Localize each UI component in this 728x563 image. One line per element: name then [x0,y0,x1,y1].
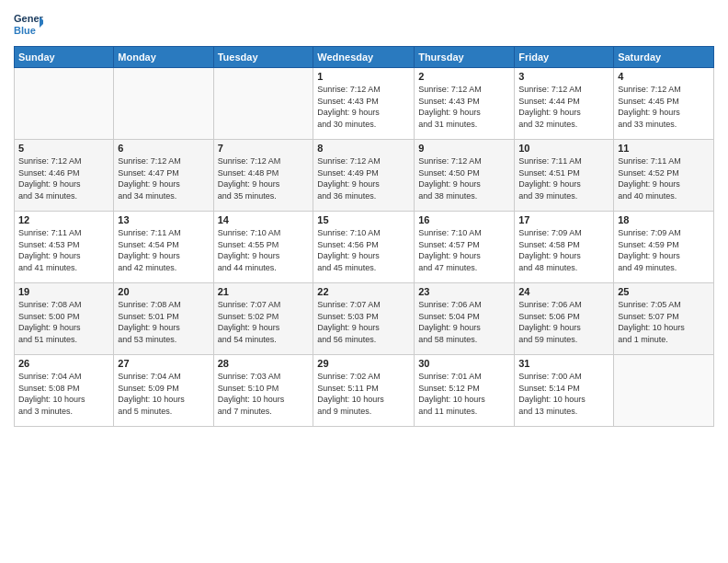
day-number: 17 [518,214,609,225]
day-number: 29 [317,358,410,369]
weekday-header: Tuesday [213,47,313,68]
weekday-header: Sunday [15,47,114,68]
calendar-cell: 2Sunrise: 7:12 AMSunset: 4:43 PMDaylight… [415,68,515,140]
day-detail: Sunrise: 7:04 AMSunset: 5:08 PMDaylight:… [18,371,109,417]
calendar-cell: 12Sunrise: 7:11 AMSunset: 4:53 PMDayligh… [15,212,114,283]
calendar-cell: 22Sunrise: 7:07 AMSunset: 5:03 PMDayligh… [313,283,415,355]
day-number: 11 [618,143,710,154]
day-detail: Sunrise: 7:11 AMSunset: 4:53 PMDaylight:… [18,227,109,273]
day-detail: Sunrise: 7:11 AMSunset: 4:51 PMDaylight:… [518,155,609,201]
calendar-week-row: 12Sunrise: 7:11 AMSunset: 4:53 PMDayligh… [15,212,714,283]
calendar-cell: 27Sunrise: 7:04 AMSunset: 5:09 PMDayligh… [114,355,213,427]
calendar-cell: 25Sunrise: 7:05 AMSunset: 5:07 PMDayligh… [614,283,714,355]
calendar-cell: 30Sunrise: 7:01 AMSunset: 5:12 PMDayligh… [415,355,515,427]
day-detail: Sunrise: 7:09 AMSunset: 4:59 PMDaylight:… [618,227,710,273]
day-detail: Sunrise: 7:01 AMSunset: 5:12 PMDaylight:… [418,371,510,417]
calendar-cell: 28Sunrise: 7:03 AMSunset: 5:10 PMDayligh… [213,355,313,427]
day-detail: Sunrise: 7:10 AMSunset: 4:57 PMDaylight:… [418,227,510,273]
day-detail: Sunrise: 7:02 AMSunset: 5:11 PMDaylight:… [317,371,410,417]
day-number: 3 [518,71,609,82]
day-number: 31 [518,358,609,369]
day-detail: Sunrise: 7:12 AMSunset: 4:43 PMDaylight:… [418,84,510,130]
day-detail: Sunrise: 7:12 AMSunset: 4:47 PMDaylight:… [118,155,209,201]
day-number: 28 [218,358,310,369]
day-detail: Sunrise: 7:07 AMSunset: 5:02 PMDaylight:… [218,299,310,345]
weekday-header: Saturday [614,47,714,68]
day-detail: Sunrise: 7:12 AMSunset: 4:46 PMDaylight:… [18,155,109,201]
day-detail: Sunrise: 7:11 AMSunset: 4:54 PMDaylight:… [118,227,209,273]
day-detail: Sunrise: 7:03 AMSunset: 5:10 PMDaylight:… [218,371,310,417]
calendar-cell: 6Sunrise: 7:12 AMSunset: 4:47 PMDaylight… [114,140,213,212]
calendar-cell: 19Sunrise: 7:08 AMSunset: 5:00 PMDayligh… [15,283,114,355]
calendar-cell: 18Sunrise: 7:09 AMSunset: 4:59 PMDayligh… [614,212,714,283]
calendar-cell [114,68,213,140]
day-detail: Sunrise: 7:12 AMSunset: 4:44 PMDaylight:… [518,84,609,130]
calendar-week-row: 1Sunrise: 7:12 AMSunset: 4:43 PMDaylight… [15,68,714,140]
calendar-cell: 14Sunrise: 7:10 AMSunset: 4:55 PMDayligh… [213,212,313,283]
calendar-cell [15,68,114,140]
calendar-cell: 5Sunrise: 7:12 AMSunset: 4:46 PMDaylight… [15,140,114,212]
day-number: 9 [418,143,510,154]
logo-svg: General Blue [14,9,43,39]
day-number: 27 [118,358,209,369]
day-detail: Sunrise: 7:12 AMSunset: 4:43 PMDaylight:… [317,84,410,130]
day-number: 22 [317,286,410,297]
day-number: 21 [218,286,310,297]
calendar-cell [213,68,313,140]
day-detail: Sunrise: 7:08 AMSunset: 5:01 PMDaylight:… [118,299,209,345]
calendar-cell [614,355,714,427]
calendar-cell: 16Sunrise: 7:10 AMSunset: 4:57 PMDayligh… [415,212,515,283]
calendar-cell: 7Sunrise: 7:12 AMSunset: 4:48 PMDaylight… [213,140,313,212]
calendar-cell: 29Sunrise: 7:02 AMSunset: 5:11 PMDayligh… [313,355,415,427]
calendar-table: SundayMondayTuesdayWednesdayThursdayFrid… [14,46,714,427]
day-detail: Sunrise: 7:12 AMSunset: 4:50 PMDaylight:… [418,155,510,201]
calendar-cell: 1Sunrise: 7:12 AMSunset: 4:43 PMDaylight… [313,68,415,140]
day-number: 10 [518,143,609,154]
calendar-cell: 11Sunrise: 7:11 AMSunset: 4:52 PMDayligh… [614,140,714,212]
day-number: 6 [118,143,209,154]
day-number: 15 [317,214,410,225]
day-number: 20 [118,286,209,297]
calendar-cell: 31Sunrise: 7:00 AMSunset: 5:14 PMDayligh… [515,355,614,427]
day-number: 24 [518,286,609,297]
day-number: 19 [18,286,109,297]
day-number: 25 [618,286,710,297]
weekday-header: Thursday [415,47,515,68]
header: General Blue [14,9,714,39]
day-number: 23 [418,286,510,297]
day-number: 12 [18,214,109,225]
day-number: 7 [218,143,310,154]
day-detail: Sunrise: 7:11 AMSunset: 4:52 PMDaylight:… [618,155,710,201]
calendar-cell: 9Sunrise: 7:12 AMSunset: 4:50 PMDaylight… [415,140,515,212]
calendar-cell: 26Sunrise: 7:04 AMSunset: 5:08 PMDayligh… [15,355,114,427]
logo: General Blue [14,9,43,39]
calendar-cell: 24Sunrise: 7:06 AMSunset: 5:06 PMDayligh… [515,283,614,355]
svg-text:Blue: Blue [14,25,36,36]
calendar-cell: 4Sunrise: 7:12 AMSunset: 4:45 PMDaylight… [614,68,714,140]
weekday-header: Friday [515,47,614,68]
day-detail: Sunrise: 7:06 AMSunset: 5:04 PMDaylight:… [418,299,510,345]
day-number: 26 [18,358,109,369]
page-container: General Blue SundayMondayTuesdayWednesda… [0,0,728,436]
weekday-header: Wednesday [313,47,415,68]
calendar-cell: 20Sunrise: 7:08 AMSunset: 5:01 PMDayligh… [114,283,213,355]
day-detail: Sunrise: 7:07 AMSunset: 5:03 PMDaylight:… [317,299,410,345]
day-detail: Sunrise: 7:10 AMSunset: 4:55 PMDaylight:… [218,227,310,273]
day-number: 8 [317,143,410,154]
calendar-week-row: 5Sunrise: 7:12 AMSunset: 4:46 PMDaylight… [15,140,714,212]
calendar-cell: 10Sunrise: 7:11 AMSunset: 4:51 PMDayligh… [515,140,614,212]
calendar-cell: 15Sunrise: 7:10 AMSunset: 4:56 PMDayligh… [313,212,415,283]
calendar-cell: 13Sunrise: 7:11 AMSunset: 4:54 PMDayligh… [114,212,213,283]
day-number: 5 [18,143,109,154]
calendar-cell: 3Sunrise: 7:12 AMSunset: 4:44 PMDaylight… [515,68,614,140]
day-detail: Sunrise: 7:05 AMSunset: 5:07 PMDaylight:… [618,299,710,345]
calendar-cell: 21Sunrise: 7:07 AMSunset: 5:02 PMDayligh… [213,283,313,355]
day-number: 14 [218,214,310,225]
day-detail: Sunrise: 7:09 AMSunset: 4:58 PMDaylight:… [518,227,609,273]
day-number: 1 [317,71,410,82]
day-detail: Sunrise: 7:04 AMSunset: 5:09 PMDaylight:… [118,371,209,417]
day-detail: Sunrise: 7:10 AMSunset: 4:56 PMDaylight:… [317,227,410,273]
weekday-header-row: SundayMondayTuesdayWednesdayThursdayFrid… [15,47,714,68]
day-number: 30 [418,358,510,369]
day-number: 16 [418,214,510,225]
